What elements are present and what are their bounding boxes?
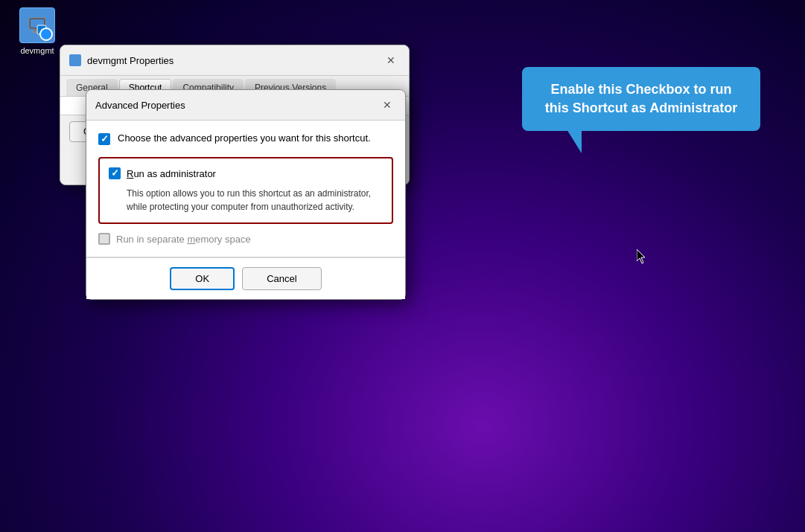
adv-dialog-body: Choose the advanced properties you want … xyxy=(86,121,405,257)
devmgmt-window-icon xyxy=(69,54,81,66)
adv-header-row: Choose the advanced properties you want … xyxy=(98,132,393,145)
devmgmt-desktop-icon[interactable]: ↗ devmgmt xyxy=(7,7,67,55)
devmgmt-titlebar: devmgmt Properties ✕ xyxy=(60,45,409,76)
adv-ok-button[interactable]: OK xyxy=(170,267,235,290)
callout-text: Enable this Checkbox to run this Shortcu… xyxy=(545,82,737,115)
run-as-admin-description: This option allows you to run this short… xyxy=(127,187,383,214)
devmgmt-window-title: devmgmt Properties xyxy=(87,55,174,66)
devmgmt-icon-image: ↗ xyxy=(19,7,55,43)
adv-dialog-buttons: OK Cancel xyxy=(86,257,405,299)
adv-footer: OK Cancel xyxy=(86,257,405,299)
adv-header-text: Choose the advanced properties you want … xyxy=(118,132,371,144)
adv-close-button[interactable]: ✕ xyxy=(378,96,396,114)
run-as-admin-row: Run as administrator xyxy=(109,167,383,179)
run-memory-row: Run in separate memory space xyxy=(98,233,393,245)
run-as-admin-box: Run as administrator This option allows … xyxy=(98,157,393,224)
mouse-cursor xyxy=(637,249,646,263)
svg-text:↗: ↗ xyxy=(39,28,45,35)
run-as-admin-label: Run as administrator xyxy=(127,168,216,179)
adv-header-checkbox[interactable] xyxy=(98,133,110,145)
adv-dialog-title: Advanced Properties xyxy=(95,100,185,111)
devmgmt-close-button[interactable]: ✕ xyxy=(382,51,400,69)
run-as-admin-checkbox[interactable] xyxy=(109,167,121,179)
callout-box: Enable this Checkbox to run this Shortcu… xyxy=(522,67,760,131)
advanced-properties-dialog: Advanced Properties ✕ Choose the advance… xyxy=(86,89,406,300)
computer-icon: ↗ xyxy=(27,15,48,36)
desktop: ↗ devmgmt Enable this Checkbox to run th… xyxy=(0,0,805,532)
adv-titlebar: Advanced Properties ✕ xyxy=(86,90,405,121)
devmgmt-icon-label: devmgmt xyxy=(7,46,67,55)
adv-cancel-button[interactable]: Cancel xyxy=(242,267,321,290)
run-memory-checkbox xyxy=(98,233,110,245)
run-memory-label: Run in separate memory space xyxy=(116,234,251,245)
